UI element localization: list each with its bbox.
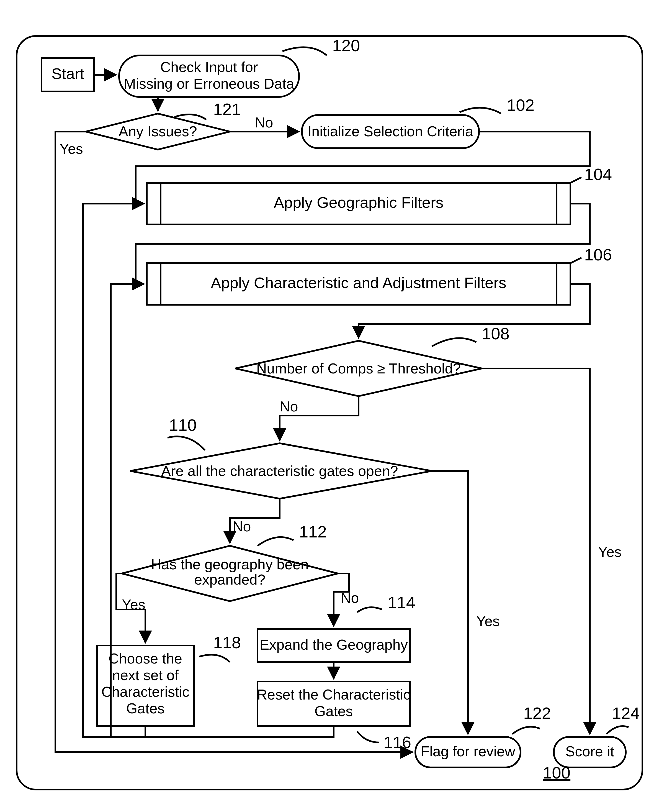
edge-112-114-label: No (341, 590, 359, 606)
label-124: 124 (612, 704, 640, 722)
node-120-text-l1: Check Input for (160, 59, 258, 75)
label-102: 102 (507, 96, 534, 114)
node-118-text-l1: Choose the (109, 651, 182, 667)
label-110: 110 (169, 416, 197, 434)
label-112: 112 (299, 523, 327, 541)
node-114-text: Expand the Geography (260, 637, 408, 653)
node-112-text-l2: expanded? (194, 572, 265, 588)
flowchart-canvas: Start Check Input for Missing or Erroneo… (0, 0, 659, 812)
node-120-text-l2: Missing or Erroneous Data (124, 76, 294, 92)
label-106: 106 (584, 245, 612, 264)
label-121: 121 (213, 100, 241, 118)
node-118-text-l2: next set of (112, 667, 178, 683)
node-118-text-l3: Characteristic (101, 684, 189, 700)
node-108-text: Number of Comps ≥ Threshold? (256, 360, 461, 376)
label-100: 100 (543, 763, 571, 782)
label-116: 116 (383, 733, 411, 752)
label-118: 118 (213, 633, 241, 652)
node-110-text: Are all the characteristic gates open? (161, 463, 398, 479)
node-104-text: Apply Geographic Filters (274, 194, 443, 211)
edge-121-102-label: No (255, 114, 273, 131)
label-114: 114 (388, 593, 415, 612)
node-121-text: Any Issues? (118, 123, 197, 139)
start-text: Start (52, 65, 84, 82)
node-116-text-l1: Reset the Characteristic (257, 687, 411, 703)
node-112-text-l1: Has the geography been (151, 556, 309, 572)
edge-110-122-label: Yes (476, 613, 500, 629)
label-122: 122 (523, 704, 551, 722)
edge-110-112-label: No (233, 518, 251, 534)
edge-108-110-label: No (280, 398, 298, 414)
node-106-text: Apply Characteristic and Adjustment Filt… (211, 274, 506, 291)
node-116-text-l2: Gates (315, 703, 353, 719)
edge-112-118-label: Yes (122, 596, 145, 613)
edge-121-122-label: Yes (60, 141, 83, 157)
node-124-text: Score it (565, 743, 615, 759)
edge-108-124-label: Yes (598, 544, 622, 560)
label-108: 108 (482, 324, 509, 343)
node-122-text: Flag for review (421, 743, 515, 759)
node-102-text: Initialize Selection Criteria (307, 123, 473, 139)
node-118-text-l4: Gates (126, 700, 165, 716)
label-104: 104 (584, 165, 612, 184)
label-120: 120 (332, 36, 360, 55)
